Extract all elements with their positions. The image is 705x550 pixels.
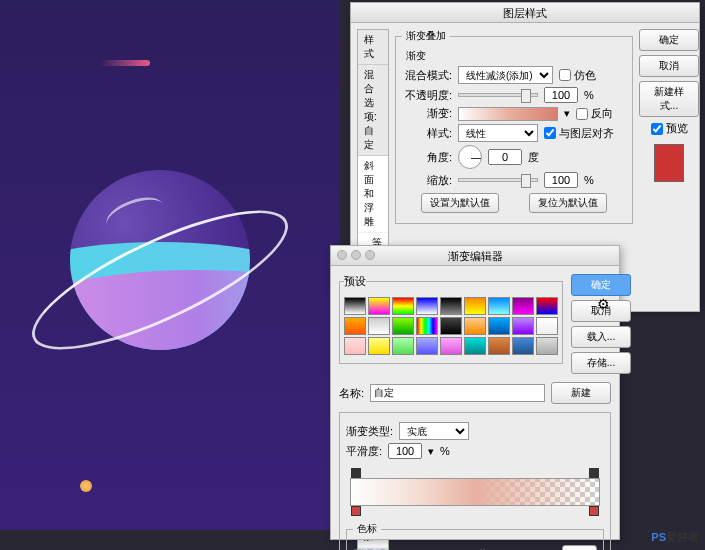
opacity-slider[interactable] [458, 93, 538, 97]
stops-title: 色标 [353, 522, 381, 536]
preview-swatch [654, 144, 684, 182]
preset-swatch[interactable] [464, 317, 486, 335]
preset-swatch[interactable] [416, 317, 438, 335]
smooth-label: 平滑度: [346, 444, 382, 459]
preset-swatch[interactable] [512, 297, 534, 315]
style-header[interactable]: 样式 [358, 30, 388, 65]
ge-save-button[interactable]: 存储... [571, 352, 631, 374]
gradient-picker[interactable] [458, 107, 558, 121]
style-select[interactable]: 线性 [458, 124, 538, 142]
blendmode-select[interactable]: 线性减淡(添加) [458, 66, 553, 84]
style-label: 样式: [402, 126, 452, 141]
ok-button[interactable]: 确定 [639, 29, 699, 51]
type-label: 渐变类型: [346, 424, 393, 439]
gradient-label: 渐变: [402, 106, 452, 121]
gradient-dropdown-icon[interactable]: ▾ [564, 107, 570, 120]
blend-header[interactable]: 混合选项:自定 [358, 65, 388, 156]
panel-title: 渐变叠加 [402, 29, 450, 43]
preset-swatch[interactable] [512, 337, 534, 355]
preset-swatch[interactable] [368, 317, 390, 335]
preset-swatch[interactable] [392, 297, 414, 315]
gear-icon[interactable]: ⚙ [597, 296, 611, 310]
angle-unit: 度 [528, 150, 539, 165]
angle-dial[interactable] [458, 145, 482, 169]
align-checkbox[interactable]: 与图层对齐 [544, 126, 614, 141]
ge-load-button[interactable]: 载入... [571, 326, 631, 348]
preset-swatch[interactable] [368, 337, 390, 355]
preset-swatch[interactable] [344, 297, 366, 315]
zoom-icon[interactable] [365, 250, 375, 260]
fx-bevel[interactable]: 斜面和浮雕 [358, 156, 388, 233]
type-select[interactable]: 实底 [399, 422, 469, 440]
opacity-input[interactable] [544, 87, 578, 103]
opacity-stop-left[interactable] [351, 468, 361, 478]
watermark: PS爱好者 [651, 525, 699, 546]
blendmode-label: 混合模式: [402, 68, 452, 83]
gradient-editor-dialog: 渐变编辑器 ⚙ 预设 确定 取消 载入... 存储... 名称: 新建 渐变类型… [330, 245, 620, 540]
gradient-sub: 渐变 [402, 49, 430, 63]
preset-swatch[interactable] [440, 297, 462, 315]
name-input[interactable] [370, 384, 545, 402]
gradient-ramp[interactable] [350, 478, 600, 506]
preset-swatch[interactable] [536, 317, 558, 335]
smooth-unit: % [440, 445, 450, 457]
ge-new-button[interactable]: 新建 [551, 382, 611, 404]
preset-swatch[interactable] [344, 337, 366, 355]
scale-slider[interactable] [458, 178, 538, 182]
preset-swatch[interactable] [536, 337, 558, 355]
preset-swatch[interactable] [392, 337, 414, 355]
preview-checkbox[interactable]: 预览 [639, 121, 699, 136]
preset-swatch[interactable] [512, 317, 534, 335]
editor-title: 渐变编辑器 [448, 250, 503, 262]
smooth-input[interactable] [388, 443, 422, 459]
color-stop-right[interactable] [589, 506, 599, 516]
document-canvas [0, 0, 340, 530]
preset-swatch[interactable] [440, 317, 462, 335]
preset-swatch[interactable] [536, 297, 558, 315]
cancel-button[interactable]: 取消 [639, 55, 699, 77]
dialog-buttons: 确定 取消 新建样式... 预览 [639, 29, 699, 550]
opacity-unit: % [584, 89, 594, 101]
dither-checkbox[interactable]: 仿色 [559, 68, 609, 83]
editor-titlebar[interactable]: 渐变编辑器 [331, 246, 619, 266]
dialog-title: 图层样式 [503, 7, 547, 19]
comet-graphic [100, 60, 150, 66]
preset-swatch[interactable] [416, 337, 438, 355]
close-icon[interactable] [337, 250, 347, 260]
set-default-button[interactable]: 设置为默认值 [421, 193, 499, 213]
preset-swatch[interactable] [440, 337, 462, 355]
preset-swatch[interactable] [488, 337, 510, 355]
ge-ok-button[interactable]: 确定 [571, 274, 631, 296]
preset-swatch[interactable] [488, 317, 510, 335]
planet-graphic [50, 150, 270, 370]
scale-label: 缩放: [402, 173, 452, 188]
scale-unit: % [584, 174, 594, 186]
scale-input[interactable] [544, 172, 578, 188]
angle-input[interactable] [488, 149, 522, 165]
minimize-icon[interactable] [351, 250, 361, 260]
preset-swatch[interactable] [344, 317, 366, 335]
dropdown-icon[interactable]: ▾ [428, 445, 434, 458]
preset-swatch[interactable] [464, 297, 486, 315]
color-stop-left[interactable] [351, 506, 361, 516]
name-label: 名称: [339, 386, 364, 401]
preset-swatch[interactable] [392, 317, 414, 335]
angle-label: 角度: [402, 150, 452, 165]
preset-swatch[interactable] [488, 297, 510, 315]
reverse-checkbox[interactable]: 反向 [576, 106, 626, 121]
dialog-titlebar[interactable]: 图层样式 [351, 3, 699, 23]
opacity-label: 不透明度: [402, 88, 452, 103]
preset-swatch[interactable] [368, 297, 390, 315]
presets-label: 预设 [344, 274, 366, 289]
preset-swatch[interactable] [464, 337, 486, 355]
preset-grid [344, 297, 558, 355]
opacity-stop-right[interactable] [589, 468, 599, 478]
reset-default-button[interactable]: 复位为默认值 [529, 193, 607, 213]
delete-opacity-stop: 删除 [562, 545, 597, 550]
preset-swatch[interactable] [416, 297, 438, 315]
new-style-button[interactable]: 新建样式... [639, 81, 699, 117]
